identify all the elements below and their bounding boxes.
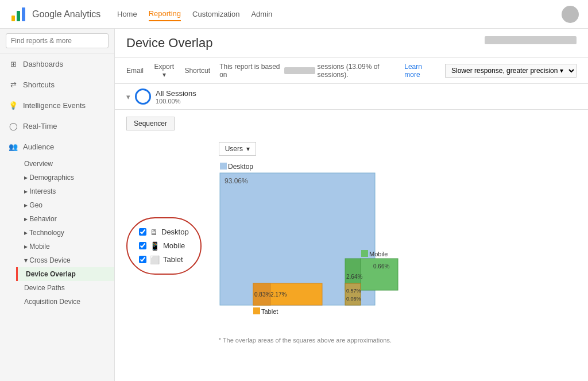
learn-more-link[interactable]: Learn more bbox=[404, 63, 436, 79]
user-avatar[interactable] bbox=[562, 6, 579, 23]
desktop-checkbox[interactable] bbox=[139, 228, 146, 236]
content-header: Device Overlap bbox=[115, 29, 588, 58]
desktop-pct: 93.06% bbox=[225, 177, 248, 185]
sidebar-item-technology[interactable]: ▸ Technology bbox=[8, 226, 114, 240]
segment-info: All Sessions 100.00% bbox=[156, 89, 196, 105]
main-nav: Home Reporting Customization Admin bbox=[117, 7, 272, 21]
segment-circle bbox=[135, 88, 151, 105]
sidebar-item-label: Shortcuts bbox=[23, 80, 55, 89]
sidebar-item-cross-device[interactable]: ▾ Cross Device bbox=[8, 253, 114, 267]
segment-pct: 100.00% bbox=[156, 98, 196, 105]
segment-row: ▾ All Sessions 100.00% bbox=[115, 84, 588, 110]
mobile-pct1: 0.66% bbox=[373, 263, 389, 270]
nav-home[interactable]: Home bbox=[117, 7, 137, 21]
sidebar-item-device-overlap[interactable]: Device Overlap bbox=[16, 267, 114, 281]
toolbar: Email Export ▾ Shortcut This report is b… bbox=[115, 58, 588, 84]
sidebar-item-dashboards[interactable]: ⊞ Dashboards bbox=[0, 53, 114, 74]
collapse-icon[interactable]: ▾ bbox=[126, 93, 130, 101]
mobile-checkbox-item: 📱 Mobile bbox=[139, 241, 189, 251]
sidebar-item-label: Dashboards bbox=[23, 60, 63, 68]
search-input[interactable] bbox=[6, 33, 109, 48]
sidebar-item-device-paths[interactable]: Device Paths bbox=[16, 281, 114, 295]
dropdown-arrow: ▾ bbox=[246, 145, 250, 153]
nav-customization[interactable]: Customization bbox=[192, 7, 239, 21]
overlap-dmt: 0.06% bbox=[346, 296, 361, 302]
overlap-dm: 0.57% bbox=[346, 288, 361, 294]
arrows-icon: ⇄ bbox=[8, 79, 18, 90]
svg-rect-0 bbox=[11, 16, 15, 21]
sidebar-item-interests[interactable]: ▸ Interests bbox=[8, 184, 114, 198]
users-label: Users bbox=[225, 145, 243, 153]
svg-rect-5 bbox=[253, 307, 260, 314]
cross-device-submenu: Device Overlap Device Paths Acquisition … bbox=[0, 267, 114, 309]
date-range bbox=[485, 36, 577, 44]
sequencer-button[interactable]: Sequencer bbox=[126, 117, 175, 130]
grid-icon: ⊞ bbox=[8, 59, 18, 69]
google-analytics-logo bbox=[9, 5, 28, 24]
sequencer-area: Sequencer 🖥 Desktop 📱 Mobile bbox=[115, 110, 588, 351]
svg-rect-1 bbox=[17, 11, 20, 21]
overlap-viz: Users ▾ Desktop 93.06% bbox=[219, 136, 577, 344]
lightbulb-icon: 💡 bbox=[8, 100, 18, 110]
desktop-checkbox-item: 🖥 Desktop bbox=[139, 228, 189, 237]
page-title: Device Overlap bbox=[126, 36, 212, 51]
logo-area: Google Analytics bbox=[9, 5, 103, 24]
search-box bbox=[0, 29, 114, 53]
nav-right bbox=[562, 6, 579, 23]
svg-rect-3 bbox=[220, 163, 227, 170]
sidebar-item-intelligence[interactable]: 💡 Intelligence Events bbox=[0, 95, 114, 116]
mobile-chart-label: Mobile bbox=[369, 251, 388, 257]
mobile-label: Mobile bbox=[163, 241, 185, 250]
main-content: Device Overlap Email Export ▾ Shortcut T… bbox=[115, 29, 588, 381]
sidebar-item-geo[interactable]: ▸ Geo bbox=[8, 198, 114, 212]
session-blur bbox=[284, 67, 315, 74]
svg-rect-4 bbox=[361, 250, 368, 257]
top-nav: Google Analytics Home Reporting Customiz… bbox=[0, 0, 588, 29]
tablet-pct2: 0.83% bbox=[254, 291, 270, 298]
mobile-pct2: 2.64% bbox=[346, 274, 362, 280]
export-button[interactable]: Export ▾ bbox=[153, 63, 175, 79]
sidebar-item-acquisition-device[interactable]: Acquisition Device bbox=[16, 295, 114, 309]
mobile-checkbox[interactable] bbox=[139, 242, 146, 249]
app-title: Google Analytics bbox=[32, 9, 100, 20]
tablet-pct1: 2.17% bbox=[270, 291, 287, 298]
chat-icon: ◯ bbox=[8, 121, 18, 131]
precision-select[interactable]: Slower response, greater precision ▾ bbox=[445, 64, 577, 78]
sidebar-item-label: Intelligence Events bbox=[23, 101, 86, 110]
overlap-note: * The overlap areas of the squares above… bbox=[219, 337, 577, 344]
nav-admin[interactable]: Admin bbox=[251, 7, 272, 21]
sidebar-item-audience[interactable]: 👥 Audience bbox=[0, 136, 114, 157]
triple-overlap bbox=[345, 283, 361, 305]
users-dropdown: Users ▾ bbox=[219, 136, 256, 156]
audience-submenu: Overview ▸ Demographics ▸ Interests ▸ Ge… bbox=[0, 157, 114, 267]
sidebar-item-label: Real-Time bbox=[23, 122, 57, 130]
sidebar-item-demographics[interactable]: ▸ Demographics bbox=[8, 171, 114, 184]
tablet-label: Tablet bbox=[163, 255, 183, 264]
nav-reporting[interactable]: Reporting bbox=[149, 7, 181, 21]
session-info: This report is based on sessions (13.09%… bbox=[219, 63, 436, 79]
tablet-icon: ⬜ bbox=[150, 255, 160, 264]
segment-name: All Sessions bbox=[156, 89, 196, 98]
mobile-icon: 📱 bbox=[150, 241, 160, 251]
sidebar-item-realtime[interactable]: ◯ Real-Time bbox=[0, 116, 114, 136]
tablet-checkbox-item: ⬜ Tablet bbox=[139, 255, 189, 264]
desktop-chart-label: Desktop bbox=[228, 163, 253, 171]
sidebar-item-overview[interactable]: Overview bbox=[8, 157, 114, 171]
sidebar-item-mobile[interactable]: ▸ Mobile bbox=[8, 240, 114, 253]
chart-container: Desktop 93.06% Mobile 0.66% bbox=[219, 158, 577, 344]
people-icon: 👥 bbox=[8, 141, 18, 152]
email-button[interactable]: Email bbox=[126, 67, 144, 75]
session-text1: This report is based on bbox=[219, 63, 282, 79]
sidebar-item-behavior[interactable]: ▸ Behavior bbox=[8, 212, 114, 226]
desktop-icon: 🖥 bbox=[150, 228, 158, 237]
main-layout: ⊞ Dashboards ⇄ Shortcuts 💡 Intelligence … bbox=[0, 29, 588, 381]
shortcut-button[interactable]: Shortcut bbox=[184, 67, 210, 75]
sidebar-item-shortcuts[interactable]: ⇄ Shortcuts bbox=[0, 74, 114, 95]
sidebar-item-label: Audience bbox=[23, 143, 54, 151]
device-checkbox-group: 🖥 Desktop 📱 Mobile ⬜ Tablet bbox=[126, 217, 202, 275]
users-dropdown-btn[interactable]: Users ▾ bbox=[219, 142, 256, 156]
session-text2: sessions (13.09% of sessions). bbox=[318, 63, 403, 79]
tablet-checkbox[interactable] bbox=[139, 256, 146, 263]
sidebar: ⊞ Dashboards ⇄ Shortcuts 💡 Intelligence … bbox=[0, 29, 115, 381]
overlap-chart: Desktop 93.06% Mobile 0.66% bbox=[219, 158, 437, 330]
